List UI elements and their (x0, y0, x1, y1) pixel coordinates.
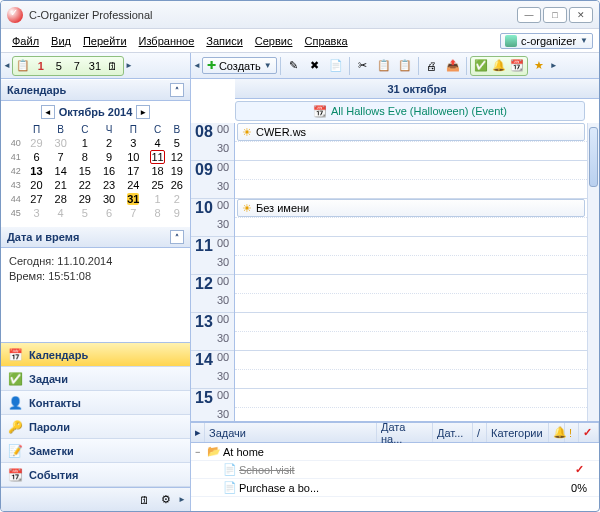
view-day-button[interactable]: 📋 (14, 57, 32, 75)
calendar-day[interactable]: 12 (170, 150, 184, 164)
calendar-day[interactable]: 1 (73, 136, 97, 150)
calendar-day[interactable]: 9 (97, 150, 121, 164)
calendar-day[interactable]: 4 (145, 136, 169, 150)
task-row[interactable]: 📄School visit✓ (191, 461, 599, 479)
calendar-day[interactable]: 1 (145, 192, 169, 206)
calendar-day[interactable]: 30 (97, 192, 121, 206)
menu-view[interactable]: Вид (46, 33, 76, 49)
datetime-collapse-button[interactable]: ˄ (170, 230, 184, 244)
calendar-day[interactable]: 29 (24, 136, 48, 150)
nav-item-заметки[interactable]: 📝Заметки (1, 439, 190, 463)
event-column[interactable]: ☀CWER.ws☀Без имени (235, 123, 599, 421)
delete-button[interactable]: ✖ (305, 56, 325, 76)
calendar-day[interactable]: 19 (170, 164, 184, 178)
calendar-day[interactable]: 13 (24, 164, 48, 178)
calendar-day[interactable]: 3 (24, 206, 48, 220)
filter-event-button[interactable]: 📆 (508, 57, 526, 75)
calendar-day[interactable]: 5 (170, 136, 184, 150)
toolbar-next-icon[interactable]: ► (125, 61, 133, 70)
calendar-day[interactable]: 6 (97, 206, 121, 220)
nav-item-задачи[interactable]: ✅Задачи (1, 367, 190, 391)
view-5-button[interactable]: 5 (50, 57, 68, 75)
menu-goto[interactable]: Перейти (78, 33, 132, 49)
calendar-day[interactable]: 29 (73, 192, 97, 206)
timed-event[interactable]: ☀CWER.ws (237, 123, 585, 141)
filter-alarm-button[interactable]: 🔔 (490, 57, 508, 75)
task-end-col[interactable]: Дат... (433, 423, 473, 442)
calendar-day[interactable]: 24 (121, 178, 145, 192)
task-row[interactable]: −📂At home (191, 443, 599, 461)
calendar-day[interactable]: 15 (73, 164, 97, 178)
view-7-button[interactable]: 7 (68, 57, 86, 75)
scrollbar-thumb[interactable] (589, 127, 598, 187)
tool-more-icon[interactable]: ► (178, 495, 186, 504)
calendar-day[interactable]: 21 (49, 178, 73, 192)
calendar-day[interactable]: 26 (170, 178, 184, 192)
next-month-button[interactable]: ► (136, 105, 150, 119)
task-category-col[interactable]: Категории (487, 423, 549, 442)
calendar-day[interactable]: 22 (73, 178, 97, 192)
calendar-day[interactable]: 31 (121, 192, 145, 206)
menu-service[interactable]: Сервис (250, 33, 298, 49)
calendar-grid[interactable]: ПВСЧПСВ402930123454167891011124213141516… (1, 123, 190, 226)
export-button[interactable]: 📤 (443, 56, 463, 76)
task-priority-col[interactable]: / (473, 423, 487, 442)
nav-item-пароли[interactable]: 🔑Пароли (1, 415, 190, 439)
calendar-day[interactable]: 18 (145, 164, 169, 178)
task-row[interactable]: 📄Purchase a bo...0% (191, 479, 599, 497)
menu-records[interactable]: Записи (201, 33, 248, 49)
calendar-day[interactable]: 6 (24, 150, 48, 164)
rtoolbar-prev-icon[interactable]: ◄ (193, 61, 201, 70)
calendar-day[interactable]: 10 (121, 150, 145, 164)
task-expand-col[interactable]: ▸ (191, 423, 205, 442)
properties-button[interactable]: 📄 (326, 56, 346, 76)
menu-help[interactable]: Справка (299, 33, 352, 49)
calendar-day[interactable]: 27 (24, 192, 48, 206)
calendar-day[interactable]: 7 (121, 206, 145, 220)
maximize-button[interactable]: □ (543, 7, 567, 23)
close-button[interactable]: ✕ (569, 7, 593, 23)
calendar-day[interactable]: 3 (121, 136, 145, 150)
task-name-col[interactable]: Задачи (205, 423, 377, 442)
calendar-day[interactable]: 17 (121, 164, 145, 178)
create-button[interactable]: ✚ Создать ▼ (202, 57, 277, 74)
cut-button[interactable]: ✂ (353, 56, 373, 76)
print-button[interactable]: 🖨 (422, 56, 442, 76)
database-selector[interactable]: c-organizer ▼ (500, 33, 593, 49)
timed-event[interactable]: ☀Без имени (237, 199, 585, 217)
view-year-button[interactable]: 🗓 (104, 57, 122, 75)
nav-item-календарь[interactable]: 📅Календарь (1, 343, 190, 367)
task-alarm-col[interactable]: 🔔 (549, 423, 565, 442)
calendar-day[interactable]: 2 (97, 136, 121, 150)
task-done-col[interactable]: ✓ (579, 423, 599, 442)
calendar-day[interactable]: 9 (170, 206, 184, 220)
categories-button[interactable]: ★ (529, 56, 549, 76)
tool-grid-icon[interactable]: 🗓 (134, 490, 154, 510)
calendar-day[interactable]: 5 (73, 206, 97, 220)
calendar-day[interactable]: 4 (49, 206, 73, 220)
vertical-scrollbar[interactable] (587, 123, 599, 421)
calendar-day[interactable]: 7 (49, 150, 73, 164)
task-start-col[interactable]: Дата на... (377, 423, 433, 442)
view-1-button[interactable]: 1 (32, 57, 50, 75)
calendar-day[interactable]: 2 (170, 192, 184, 206)
nav-item-контакты[interactable]: 👤Контакты (1, 391, 190, 415)
task-flag-col[interactable]: ! (565, 423, 579, 442)
edit-button[interactable]: ✎ (284, 56, 304, 76)
calendar-day[interactable]: 8 (145, 206, 169, 220)
calendar-day[interactable]: 28 (49, 192, 73, 206)
calendar-day[interactable]: 14 (49, 164, 73, 178)
calendar-day[interactable]: 25 (145, 178, 169, 192)
view-31-button[interactable]: 31 (86, 57, 104, 75)
toolbar-prev-icon[interactable]: ◄ (3, 61, 11, 70)
minimize-button[interactable]: — (517, 7, 541, 23)
all-day-event[interactable]: 📆 All Hallows Eve (Halloween) (Event) (235, 101, 585, 121)
paste-button[interactable]: 📋 (395, 56, 415, 76)
calendar-collapse-button[interactable]: ˄ (170, 83, 184, 97)
calendar-day[interactable]: 11 (145, 150, 169, 164)
calendar-day[interactable]: 8 (73, 150, 97, 164)
calendar-day[interactable]: 23 (97, 178, 121, 192)
menu-file[interactable]: Файл (7, 33, 44, 49)
calendar-day[interactable]: 30 (49, 136, 73, 150)
calendar-day[interactable]: 20 (24, 178, 48, 192)
